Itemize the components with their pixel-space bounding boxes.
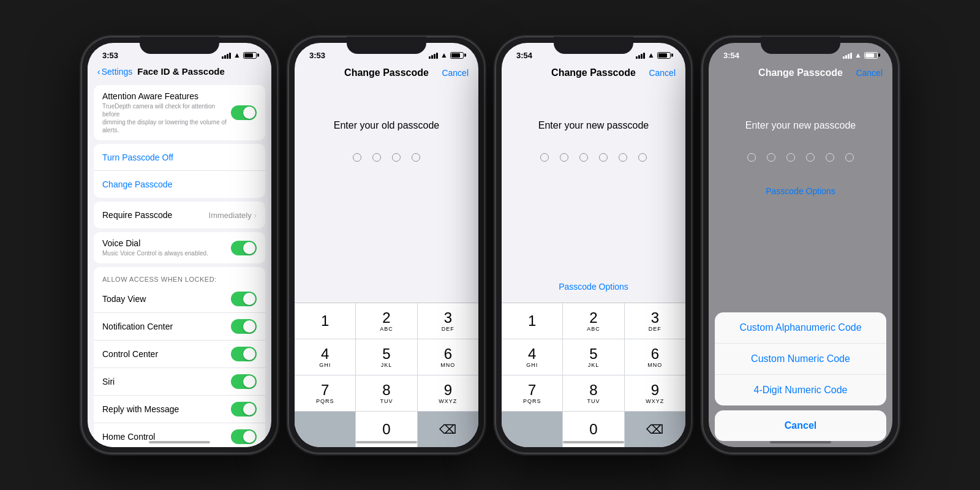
passcode-screen-3: 3:54 ▲ Chan [502, 43, 685, 447]
phone-1-screen: 3:53 ▲ ‹ Sett [88, 43, 271, 447]
status-time-4: 3:54 [723, 51, 739, 60]
phone4-top: 3:54 ▲ [709, 43, 892, 312]
battery-icon-4 [864, 52, 878, 59]
key-6-p3[interactable]: 6MNO [625, 339, 685, 375]
status-time-3: 3:54 [516, 51, 532, 60]
bar2 [224, 55, 226, 59]
status-bar-2: 3:53 ▲ [295, 43, 478, 65]
cancel-button-3[interactable]: Cancel [649, 68, 676, 78]
key-8[interactable]: 8TUV [356, 375, 417, 411]
action-sheet-cancel-button[interactable]: Cancel [715, 410, 886, 441]
access-section-header: ALLOW ACCESS WHEN LOCKED: [94, 267, 265, 285]
key-delete[interactable]: ⌫ [418, 412, 478, 447]
bar3 [227, 54, 228, 59]
today-view-toggle[interactable] [231, 292, 257, 306]
attention-aware-toggle[interactable] [231, 105, 257, 120]
key-5-p3[interactable]: 5JKL [563, 339, 624, 375]
status-time-1: 3:53 [102, 51, 118, 60]
phone4-options-link[interactable]: Passcode Options [709, 180, 892, 202]
phone4-title: Change Passcode [758, 67, 843, 78]
passcode-options-link-3[interactable]: Passcode Options [502, 276, 685, 298]
battery-icon-3 [657, 52, 671, 59]
turn-passcode-off-row[interactable]: Turn Passcode Off [94, 144, 265, 171]
key-empty-p3 [502, 412, 562, 447]
voice-dial-label-group: Voice Dial Music Voice Control is always… [102, 238, 208, 257]
key-2-p3[interactable]: 2ABC [563, 303, 624, 339]
reply-with-message-toggle[interactable] [231, 402, 257, 417]
passcode-prompt-3: Enter your new passcode [502, 83, 685, 143]
key-4[interactable]: 4GHI [295, 339, 355, 375]
attention-aware-label: Attention Aware Features [102, 91, 231, 101]
siri-row: Siri [94, 368, 265, 396]
voice-dial-label: Voice Dial [102, 238, 208, 248]
key-4-p3[interactable]: 4GHI [502, 339, 562, 375]
back-label: Settings [102, 67, 133, 77]
key-3-p3[interactable]: 3DEF [625, 303, 685, 339]
require-passcode-row[interactable]: Require Passcode Immediately › [94, 202, 265, 228]
home-control-row: Home Control [94, 423, 265, 447]
key-9[interactable]: 9WXYZ [418, 375, 478, 411]
settings-group-attention: Attention Aware Features TrueDepth camer… [94, 85, 265, 140]
home-indicator-2 [356, 441, 417, 443]
today-view-label: Today View [102, 294, 231, 304]
cancel-button-2[interactable]: Cancel [442, 68, 469, 78]
dot-2 [372, 153, 381, 162]
key-3[interactable]: 3DEF [418, 303, 478, 339]
chevron-left-icon: ‹ [97, 67, 100, 77]
phone-3: 3:54 ▲ Chan [496, 37, 692, 453]
siri-toggle[interactable] [231, 374, 257, 389]
home-control-label: Home Control [102, 432, 231, 442]
key-1-p3[interactable]: 1 [502, 303, 562, 339]
phone-1: 3:53 ▲ ‹ Sett [81, 37, 277, 453]
dot-4 [412, 153, 420, 162]
key-8-p3[interactable]: 8TUV [563, 375, 624, 411]
key-6[interactable]: 6MNO [418, 339, 478, 375]
voice-dial-row: Voice Dial Music Voice Control is always… [94, 232, 265, 263]
custom-alphanumeric-option[interactable]: Custom Alphanumeric Code [715, 312, 886, 344]
dot-1 [353, 153, 361, 162]
status-icons-1: ▲ [222, 51, 257, 59]
wifi-icon-1: ▲ [233, 51, 241, 59]
battery-icon-2 [450, 52, 464, 59]
phone4-dots [709, 153, 892, 162]
four-digit-option[interactable]: 4-Digit Numeric Code [715, 375, 886, 405]
numpad-2: 1 2ABC 3DEF 4GHI 5JKL 6MNO 7PQRS 8TUV 9W… [295, 303, 478, 447]
control-center-toggle[interactable] [231, 347, 257, 361]
passcode-dots-3 [502, 153, 685, 162]
key-5[interactable]: 5JKL [356, 339, 417, 375]
key-9-p3[interactable]: 9WXYZ [625, 375, 685, 411]
notification-center-row: Notification Center [94, 313, 265, 341]
passcode-title-3: Change Passcode [551, 67, 636, 78]
notification-center-toggle[interactable] [231, 319, 257, 334]
back-button[interactable]: ‹ Settings [97, 67, 132, 77]
phone4-cancel-button[interactable]: Cancel [856, 68, 883, 78]
battery-icon-1 [243, 52, 257, 59]
signal-bars-4 [843, 52, 852, 59]
wifi-icon-2: ▲ [440, 51, 448, 59]
status-icons-2: ▲ [429, 51, 464, 59]
change-passcode-row[interactable]: Change Passcode [94, 171, 265, 198]
passcode-screen-2: 3:53 ▲ Chan [295, 43, 478, 447]
dot-3 [392, 153, 401, 162]
key-7-p3[interactable]: 7PQRS [502, 375, 562, 411]
custom-numeric-option[interactable]: Custom Numeric Code [715, 344, 886, 375]
home-control-toggle[interactable] [231, 429, 257, 444]
passcode-nav-3: Change Passcode Cancel [502, 65, 685, 83]
chevron-right-icon: › [254, 211, 257, 220]
key-1[interactable]: 1 [295, 303, 355, 339]
phones-container: 3:53 ▲ ‹ Sett [81, 37, 899, 453]
key-2[interactable]: 2ABC [356, 303, 417, 339]
settings-group-access: ALLOW ACCESS WHEN LOCKED: Today View Not… [94, 267, 265, 447]
signal-bars-2 [429, 52, 438, 59]
phone-2-screen: 3:53 ▲ Chan [295, 43, 478, 447]
home-indicator-3 [563, 441, 624, 443]
wifi-icon-4: ▲ [854, 51, 862, 59]
control-center-row: Control Center [94, 341, 265, 368]
action-sheet-group: Custom Alphanumeric Code Custom Numeric … [715, 312, 886, 405]
turn-passcode-off-label: Turn Passcode Off [102, 153, 257, 162]
key-7[interactable]: 7PQRS [295, 375, 355, 411]
voice-dial-toggle[interactable] [231, 241, 257, 255]
today-view-row: Today View [94, 285, 265, 313]
passcode-dots-2 [295, 153, 478, 162]
key-delete-p3[interactable]: ⌫ [625, 412, 685, 447]
